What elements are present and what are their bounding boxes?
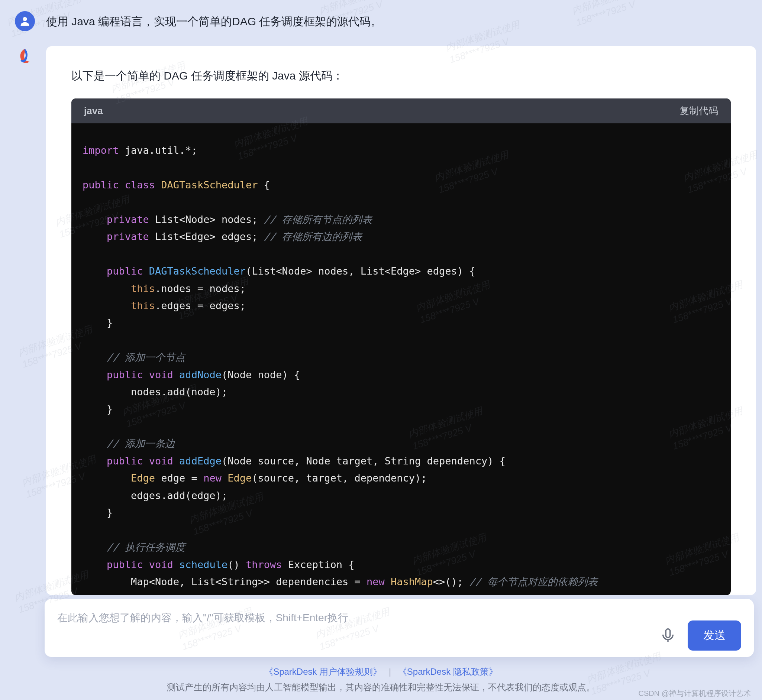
- footer-links: 《SparkDesk 用户体验规则》 | 《SparkDesk 隐私政策》: [0, 666, 762, 678]
- footer-link-rules[interactable]: 《SparkDesk 用户体验规则》: [264, 667, 382, 677]
- code-language-label: java: [84, 105, 103, 117]
- svg-rect-1: [666, 629, 670, 638]
- copy-code-button[interactable]: 复制代码: [679, 105, 718, 117]
- input-bar[interactable]: 在此输入您想了解的内容，输入"/"可获取模板，Shift+Enter换行 发送: [45, 599, 754, 657]
- input-placeholder[interactable]: 在此输入您想了解的内容，输入"/"可获取模板，Shift+Enter换行: [57, 611, 659, 625]
- microphone-icon[interactable]: [659, 627, 676, 644]
- svg-point-0: [23, 17, 27, 21]
- footer-separator: |: [389, 667, 391, 677]
- send-button[interactable]: 发送: [688, 620, 741, 651]
- assistant-intro-text: 以下是一个简单的 DAG 任务调度框架的 Java 源代码：: [71, 68, 731, 84]
- assistant-avatar: [15, 46, 35, 66]
- csdn-watermark: CSDN @禅与计算机程序设计艺术: [638, 689, 751, 698]
- assistant-message-row: 以下是一个简单的 DAG 任务调度框架的 Java 源代码： java 复制代码…: [15, 46, 762, 595]
- code-block: java 复制代码 import java.util.*; public cla…: [71, 98, 731, 595]
- user-message-text: 使用 Java 编程语言，实现一个简单的DAG 任务调度框架的源代码。: [46, 11, 382, 29]
- footer-link-privacy[interactable]: 《SparkDesk 隐私政策》: [398, 667, 498, 677]
- user-avatar: [15, 11, 35, 31]
- code-body[interactable]: import java.util.*; public class DAGTask…: [71, 123, 731, 595]
- user-message-row: 使用 Java 编程语言，实现一个简单的DAG 任务调度框架的源代码。: [15, 11, 762, 31]
- assistant-card: 以下是一个简单的 DAG 任务调度框架的 Java 源代码： java 复制代码…: [46, 46, 756, 595]
- code-header: java 复制代码: [71, 98, 731, 123]
